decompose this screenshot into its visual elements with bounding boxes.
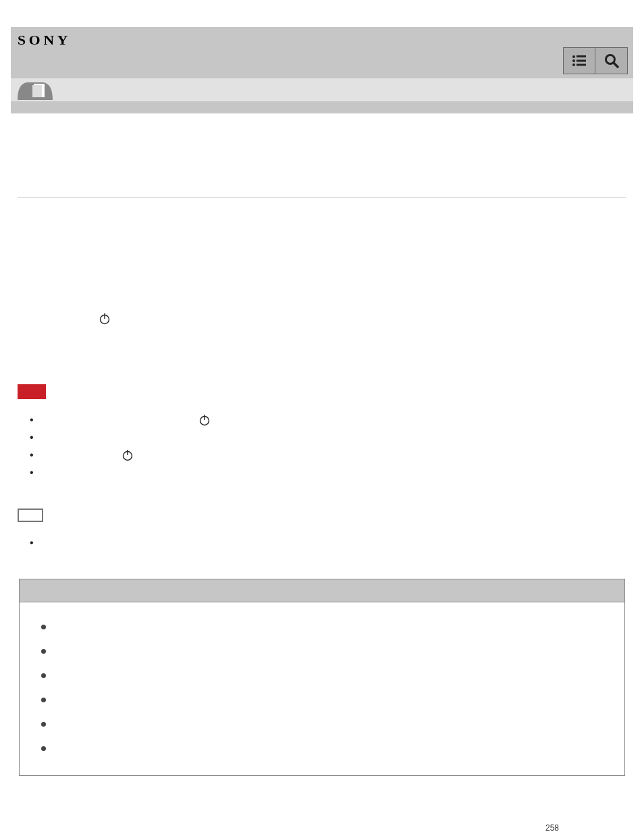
bullet-dot-icon [41, 625, 46, 629]
bullet-dot-icon [41, 746, 46, 751]
content-area: 258 [11, 113, 633, 833]
warning-item [18, 411, 626, 429]
warning-item [18, 464, 626, 481]
power-icon [99, 313, 111, 325]
svg-point-2 [572, 59, 575, 62]
svg-rect-3 [576, 60, 586, 62]
warning-item [18, 429, 626, 446]
list-menu-button[interactable] [563, 47, 595, 74]
table-header [20, 579, 624, 602]
warning-item [18, 446, 626, 464]
reference-table [19, 579, 625, 776]
top-header-bar: SONY [11, 27, 633, 78]
svg-point-4 [572, 63, 575, 66]
warning-bullet-list [18, 411, 626, 481]
bullet-dot-icon [41, 649, 46, 654]
svg-rect-5 [576, 64, 586, 66]
sony-logo: SONY [18, 34, 71, 48]
power-icon [122, 449, 134, 461]
search-icon [604, 53, 619, 68]
table-row [20, 663, 624, 687]
svg-line-7 [614, 63, 618, 67]
table-row [20, 736, 624, 760]
warning-badge [18, 384, 46, 399]
svg-point-0 [572, 55, 575, 58]
table-row [20, 639, 624, 663]
table-row [20, 712, 624, 736]
gray-strip [11, 101, 633, 113]
search-button[interactable] [595, 47, 628, 74]
bullet-dot-icon [41, 673, 46, 678]
note-item [18, 534, 626, 552]
list-icon [572, 55, 587, 66]
svg-rect-9 [32, 85, 42, 97]
sub-header-bar [11, 78, 633, 101]
divider-line [18, 197, 626, 198]
page-number: 258 [18, 776, 626, 833]
table-row [20, 615, 624, 639]
document-tab[interactable] [16, 78, 54, 101]
table-row [20, 687, 624, 712]
note-label-box [18, 509, 43, 522]
table-body [20, 602, 624, 775]
svg-rect-1 [576, 55, 586, 57]
power-icon-row [18, 313, 626, 325]
power-icon [198, 414, 211, 426]
bullet-dot-icon [41, 698, 46, 702]
note-bullet-list [18, 534, 626, 552]
document-tab-icon [16, 77, 54, 101]
top-icon-group [563, 47, 628, 74]
bullet-dot-icon [41, 722, 46, 727]
